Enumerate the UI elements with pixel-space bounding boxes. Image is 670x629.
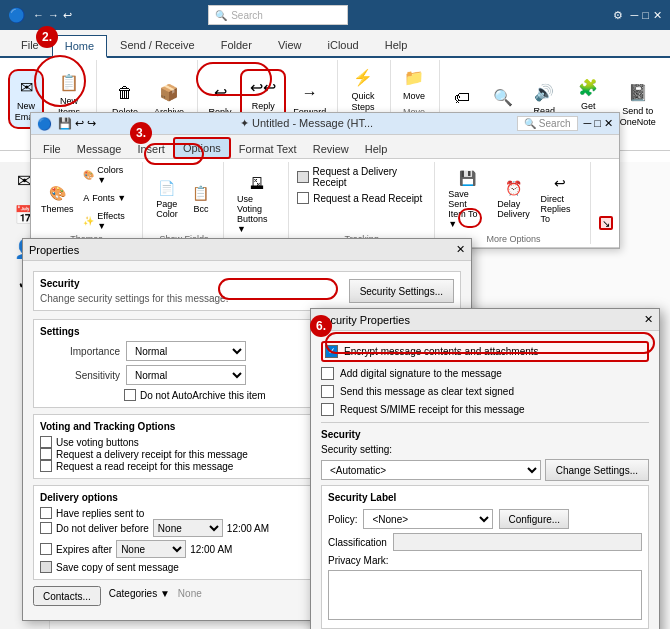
compose-maximize-btn[interactable]: □ (594, 117, 601, 130)
get-add-ins-icon: 🧩 (576, 75, 600, 99)
digital-sign-checkbox[interactable] (321, 367, 334, 380)
compose-close-btn[interactable]: ✕ (604, 117, 613, 130)
themes-button[interactable]: 🎨 Themes (37, 179, 77, 218)
privacy-mark-textarea[interactable] (328, 570, 642, 620)
security-setting-select[interactable]: <Automatic> (321, 460, 541, 480)
tab-home[interactable]: Home (52, 35, 107, 58)
send-to-onenote-label: Send toOneNote (620, 106, 656, 128)
read-receipt-checkbox2[interactable] (40, 460, 52, 472)
step-3-indicator: 3. (130, 122, 152, 144)
save-copy-label: Save copy of sent message (56, 562, 179, 573)
security-properties-dialog: Security Properties ✕ Encrypt message co… (310, 308, 660, 629)
delivery-receipt-label: Request a Delivery Receipt (313, 166, 427, 188)
move-button[interactable]: 📁 Move (395, 60, 433, 107)
direct-replies-button[interactable]: ↩ DirectReplies To (535, 169, 584, 228)
classification-row: Classification (328, 533, 642, 551)
page-color-button[interactable]: 📄 PageColor (151, 174, 183, 223)
policy-select[interactable]: <None> (363, 509, 493, 529)
properties-titlebar: Properties ✕ (23, 239, 471, 261)
fonts-icon: A (83, 193, 89, 203)
bcc-button[interactable]: 📋 Bcc (185, 179, 217, 218)
tab-send-receive[interactable]: Send / Receive (107, 34, 208, 56)
colors-button[interactable]: 🎨 Colors ▼ (79, 162, 136, 188)
security-close-btn[interactable]: ✕ (644, 313, 653, 326)
expires-checkbox[interactable] (40, 543, 52, 555)
tab-help[interactable]: Help (372, 34, 421, 56)
do-not-deliver-select[interactable]: None (153, 519, 223, 537)
policy-row: Policy: <None> Configure... (328, 509, 642, 529)
importance-select[interactable]: Normal (126, 341, 246, 361)
compose-minimize-btn[interactable]: ─ (584, 117, 592, 130)
clear-text-checkbox[interactable] (321, 385, 334, 398)
have-replies-checkbox[interactable] (40, 507, 52, 519)
encrypt-row: Encrypt message contents and attachments (321, 341, 649, 362)
delivery-receipt-checkbox[interactable] (297, 171, 308, 183)
compose-tab-file[interactable]: File (35, 140, 69, 158)
compose-tab-format[interactable]: Format Text (231, 140, 305, 158)
compose-qs-undo[interactable]: ↩ (75, 117, 84, 130)
reply-all-icon: ↩↩ (251, 75, 275, 99)
settings-icon[interactable]: ⚙ (613, 9, 623, 22)
more-options-dialog-launcher[interactable]: ↘ (599, 216, 613, 230)
quick-steps-icon: ⚡ (351, 65, 375, 89)
maximize-btn[interactable]: □ (642, 9, 649, 22)
contacts-button[interactable]: Contacts... (33, 586, 101, 606)
use-voting-checkbox[interactable] (40, 436, 52, 448)
compose-outlook-icon: 🔵 (37, 117, 52, 131)
show-fields-group: 📄 PageColor 📋 Bcc Show Fields (151, 162, 224, 244)
encrypt-checkbox[interactable] (325, 345, 338, 358)
compose-tab-help[interactable]: Help (357, 140, 396, 158)
step-2-indicator: 2. (36, 26, 58, 48)
compose-tabs: File Message Insert Options Format Text … (31, 135, 619, 159)
do-not-deliver-checkbox[interactable] (40, 522, 52, 534)
send-to-onenote-button[interactable]: 📓 Send toOneNote (614, 75, 662, 133)
effects-button[interactable]: ✨ Effects ▼ (79, 208, 136, 234)
back-btn[interactable]: ← (33, 9, 44, 21)
expires-label: Expires after (56, 544, 112, 555)
security-setting-row: Security setting: (321, 444, 649, 455)
compose-tab-review[interactable]: Review (305, 140, 357, 158)
save-copy-checkbox[interactable] (40, 561, 52, 573)
send-options-content: 💾 Save SentItem To ▼ ⏰ DelayDelivery ↩ D… (443, 162, 584, 234)
minimize-btn[interactable]: ─ (631, 9, 639, 22)
compose-qs-redo[interactable]: ↪ (87, 117, 96, 130)
security-setting-section: Security Security setting: <Automatic> C… (321, 429, 649, 481)
undo-btn[interactable]: ↩ (63, 9, 72, 22)
properties-close-btn[interactable]: ✕ (456, 243, 465, 256)
main-search-box[interactable]: 🔍 Search (208, 5, 348, 25)
compose-tab-message[interactable]: Message (69, 140, 130, 158)
compose-search-box[interactable]: 🔍 Search (517, 116, 577, 131)
tab-view[interactable]: View (265, 34, 315, 56)
change-settings-button[interactable]: Change Settings... (545, 459, 649, 481)
fonts-button[interactable]: A Fonts ▼ (79, 190, 136, 206)
search-icon: 🔍 (215, 10, 227, 21)
voting-content: 🗳 Use VotingButtons ▼ (232, 162, 282, 244)
delivery-receipt-checkbox2[interactable] (40, 448, 52, 460)
close-btn[interactable]: ✕ (653, 9, 662, 22)
tab-icloud[interactable]: iCloud (315, 34, 372, 56)
privacy-mark-label: Privacy Mark: (328, 555, 642, 566)
direct-replies-icon: ↩ (550, 173, 570, 193)
security-settings-button[interactable]: Security Settings... (349, 279, 454, 303)
compose-tab-options[interactable]: Options (173, 137, 231, 159)
page-color-label: PageColor (156, 199, 178, 219)
smime-checkbox[interactable] (321, 403, 334, 416)
voting-icon: 🗳 (247, 173, 267, 193)
expires-select[interactable]: None (116, 540, 186, 558)
security-body: Encrypt message contents and attachments… (311, 331, 659, 629)
do-not-archive-checkbox[interactable] (124, 389, 136, 401)
forward-btn[interactable]: → (48, 9, 59, 21)
compose-qs-save[interactable]: 💾 (58, 117, 72, 130)
tab-folder[interactable]: Folder (208, 34, 265, 56)
classification-input[interactable] (393, 533, 642, 551)
voting-group: 🗳 Use VotingButtons ▼ (232, 162, 289, 244)
direct-replies-label: DirectReplies To (540, 194, 579, 224)
read-receipt-checkbox[interactable] (297, 192, 309, 204)
sensitivity-select[interactable]: Normal (126, 365, 246, 385)
have-replies-label: Have replies sent to (56, 508, 144, 519)
save-sent-button[interactable]: 💾 Save SentItem To ▼ (443, 164, 491, 233)
use-voting-button[interactable]: 🗳 Use VotingButtons ▼ (232, 169, 282, 238)
delay-delivery-button[interactable]: ⏰ DelayDelivery (493, 174, 533, 223)
compose-window: 🔵 💾 ↩ ↪ ✦ Untitled - Message (HT... 🔍 Se… (30, 112, 620, 249)
configure-button[interactable]: Configure... (499, 509, 569, 529)
